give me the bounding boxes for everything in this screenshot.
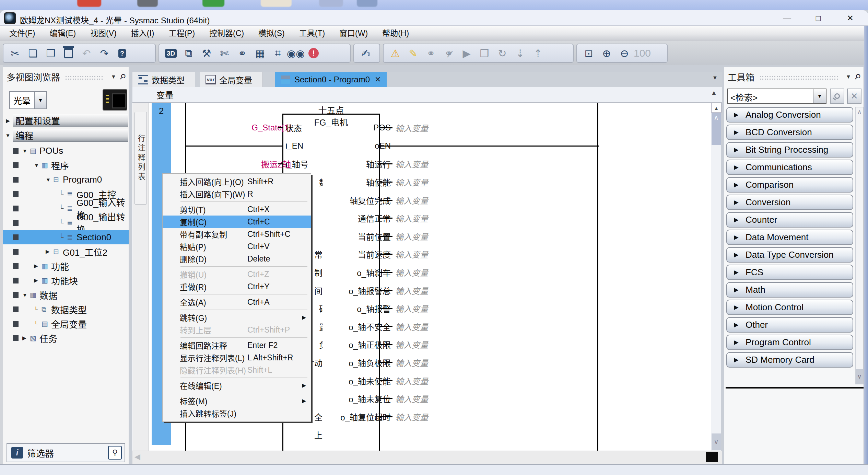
toolbox-search-button[interactable]	[830, 89, 844, 104]
category-expand-arrow[interactable]: ▶	[727, 286, 746, 293]
output-variable-placeholder[interactable]: 输入变量	[395, 374, 428, 386]
context-menu-item[interactable]: 全选(A) Ctrl+A	[163, 296, 311, 308]
tree-item[interactable]: ▼ ▤ POUs	[3, 143, 129, 158]
toolbar-icon[interactable]: ?	[113, 45, 131, 61]
output-variable-placeholder[interactable]: 输入变量	[395, 194, 428, 206]
toolbar-icon[interactable]: ✂	[6, 45, 24, 61]
category-expand-arrow[interactable]: ▶	[727, 146, 746, 153]
toolbox-category[interactable]: ▶ Analog Conversion	[726, 107, 853, 123]
tree-section-header[interactable]: ▶ 配置和设置	[3, 114, 129, 127]
tree-expand-arrow[interactable]: ▶	[22, 335, 26, 341]
toolbox-category[interactable]: ▶ Data Type Conversion	[726, 247, 853, 263]
close-button[interactable]: ✕	[841, 13, 860, 23]
context-menu-item[interactable]: 转到上层 Ctrl+Shift+P	[163, 324, 311, 336]
toolbar-icon[interactable]: ⚭	[233, 45, 251, 61]
output-variable-placeholder[interactable]: 输入变量	[395, 320, 428, 332]
tree-item[interactable]: ▼ ▥ 程序	[3, 158, 129, 172]
toolbox-clear-button[interactable]: ✕	[847, 89, 861, 104]
tree-expand-arrow[interactable]: ▼	[34, 162, 39, 168]
tree-item[interactable]: ▶ ▥ 功能块	[3, 273, 129, 288]
toolbar-icon[interactable]: ⚭̷	[440, 45, 458, 61]
menu-item[interactable]: 编辑(E)	[42, 26, 83, 41]
category-expand-arrow[interactable]: ▶	[727, 164, 746, 171]
context-menu-item[interactable]	[163, 376, 311, 379]
tree-expand-arrow[interactable]: ▼	[22, 148, 27, 154]
tree-expand-arrow[interactable]: └	[34, 321, 38, 327]
toolbar-icon[interactable]: ✄	[215, 45, 233, 61]
category-expand-arrow[interactable]: ▶	[727, 321, 746, 328]
context-menu-item[interactable]	[163, 392, 311, 395]
tree-item[interactable]: ▼ ⊟ Program0	[3, 172, 129, 187]
tree-item[interactable]: ▶ ▥ 功能	[3, 259, 129, 273]
toolbar-icon[interactable]	[60, 45, 78, 61]
toolbar-icon[interactable]: ❐	[42, 45, 60, 61]
context-menu-item[interactable]: 插入跳转标签(J)	[163, 407, 311, 419]
toolbox-search-input[interactable]: <检索> ▼	[727, 89, 826, 104]
output-variable-placeholder[interactable]: 输入变量	[395, 357, 428, 369]
input-variable-name[interactable]: G_State[1]	[251, 123, 291, 132]
toolbox-category[interactable]: ▶ Communications	[726, 160, 853, 175]
toolbox-category[interactable]: ▶ Math	[726, 282, 853, 298]
toolbar-icon[interactable]: ⧉	[180, 45, 198, 61]
toolbox-category[interactable]: ▶ Bit String Processing	[726, 142, 853, 158]
toolbar-icon[interactable]: ✎	[404, 45, 422, 61]
menu-item[interactable]: 文件(F)	[2, 26, 42, 41]
toolbar-icon[interactable]: ❏	[24, 45, 42, 61]
toolbar-icon[interactable]: ▦	[251, 45, 269, 61]
category-expand-arrow[interactable]: ▶	[727, 251, 746, 258]
pin-icon[interactable]: ⚲	[852, 72, 863, 82]
output-variable-placeholder[interactable]: 输入变量	[395, 212, 428, 224]
menu-item[interactable]: 视图(V)	[83, 26, 124, 41]
toolbar-icon[interactable]: 100	[633, 45, 651, 61]
output-variable-placeholder[interactable]: 输入变量	[395, 302, 428, 314]
toolbar-icon[interactable]: ↶	[78, 45, 95, 61]
editor-tab[interactable]: 数据类型	[132, 72, 195, 87]
menu-item[interactable]: 模拟(S)	[251, 26, 292, 41]
context-menu-item[interactable]: 粘贴(P) Ctrl+V	[163, 240, 311, 253]
category-expand-arrow[interactable]: ▶	[727, 234, 746, 241]
context-menu-item[interactable]: 跳转(G) ▶	[163, 311, 311, 324]
editor-vertical-scrollbar[interactable]: ▲ ∧ ∨	[711, 103, 721, 451]
close-icon[interactable]: ✕	[375, 75, 381, 84]
category-expand-arrow[interactable]: ▶	[727, 339, 746, 346]
output-variable-placeholder[interactable]: 输入变量	[395, 122, 428, 134]
toolbox-category[interactable]: ▶ Data Movement	[726, 230, 853, 245]
variable-bar[interactable]: 变量	[132, 87, 722, 103]
fb-pin-row[interactable]: i_EN oEN	[168, 137, 614, 155]
context-menu-item[interactable]: 删除(D) Delete	[163, 253, 311, 265]
toolbar-icon[interactable]: 3D	[162, 45, 180, 61]
context-menu-item[interactable]: 剪切(T) Ctrl+X	[163, 203, 311, 216]
context-menu-item[interactable]: 撤销(U) Ctrl+Z	[163, 268, 311, 280]
scroll-down-icon[interactable]: ∨	[712, 433, 721, 450]
tree-expand-arrow[interactable]: ▶	[3, 118, 13, 124]
tree-item[interactable]: └ ⧉ 数据类型	[3, 302, 129, 316]
menu-item[interactable]: 控制器(C)	[202, 26, 251, 41]
category-expand-arrow[interactable]: ▶	[727, 111, 746, 118]
toolbar-icon[interactable]: ⊡	[580, 45, 598, 61]
toolbar-icon[interactable]: ◉◉	[287, 45, 305, 61]
tree-expand-arrow[interactable]: ▶	[34, 263, 38, 269]
toolbar-icon[interactable]: ❒	[476, 45, 493, 61]
row-comment-list-tab[interactable]: 行注释列表	[134, 112, 147, 205]
toolbox-category[interactable]: ▶ Program Control	[726, 335, 853, 350]
toolbox-category[interactable]: ▶ SD Memory Card	[726, 352, 853, 368]
tree-item[interactable]: ▶ ⊟ G01_工位2	[3, 244, 129, 259]
toolbox-category[interactable]: ▶ BCD Conversion	[726, 125, 853, 140]
toolbar-icon[interactable]: !	[305, 45, 322, 61]
output-variable-placeholder[interactable]: 输入变量	[395, 248, 428, 260]
toolbar-icon[interactable]: ✍	[357, 45, 375, 61]
chevron-down-icon[interactable]: ▼	[34, 92, 46, 108]
rung-comment[interactable]: 十五点	[282, 104, 380, 116]
scroll-down-icon[interactable]: ∨	[856, 369, 863, 384]
toolbox-category[interactable]: ▶ Other	[726, 317, 853, 333]
context-menu-item[interactable]: 重做(R) Ctrl+Y	[163, 280, 311, 293]
toolbar-icon[interactable]: ⚠	[386, 45, 404, 61]
output-variable-placeholder[interactable]: 输入变量	[395, 230, 428, 242]
tree-expand-arrow[interactable]: └	[59, 205, 63, 212]
toolbox-scrollbar[interactable]: ∧ ∨	[855, 107, 864, 384]
context-menu-item[interactable]: 带有副本复制 Ctrl+Shift+C	[163, 228, 311, 240]
output-variable-placeholder[interactable]: 输入变量	[395, 266, 428, 278]
scroll-up-icon[interactable]: ▲	[711, 103, 722, 113]
toolbar-icon[interactable]: ⇡	[529, 45, 547, 61]
output-variable-placeholder[interactable]: 输入变量	[395, 393, 428, 405]
